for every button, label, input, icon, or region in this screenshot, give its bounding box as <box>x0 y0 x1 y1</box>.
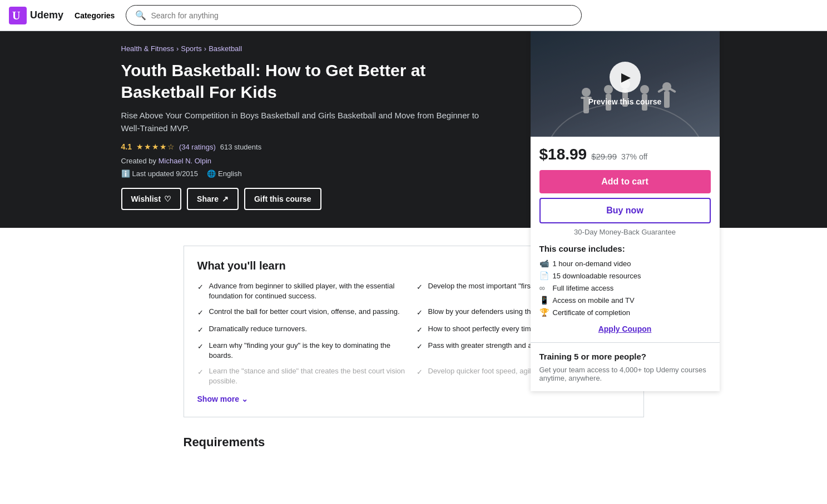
certificate-icon: 🏆 <box>539 308 548 317</box>
check-icon-6: ✓ <box>197 342 204 352</box>
check-icon-2: ✓ <box>197 308 204 318</box>
price-current: $18.99 <box>539 146 587 163</box>
breadcrumb-sports[interactable]: Sports <box>181 44 202 53</box>
learn-item-2: ✓ Control the ball for better court visi… <box>197 307 411 318</box>
check-icon-8: ✓ <box>197 367 204 377</box>
check-icon-7: ✓ <box>417 342 423 352</box>
logo-link[interactable]: U Udemy <box>9 7 63 24</box>
action-buttons: Wishlist ♡ Share ↗ Gift this course <box>121 188 497 210</box>
meta-language: 🌐 English <box>207 169 242 178</box>
include-video: 📹 1 hour on-demand video <box>539 259 711 268</box>
sidebar-card: ▶ Preview this course $18.99 $29.99 37% … <box>531 31 720 391</box>
check-icon-4: ✓ <box>197 325 204 335</box>
search-icon: 🔍 <box>135 10 146 21</box>
course-preview[interactable]: ▶ Preview this course <box>531 31 720 137</box>
meta-row: ℹ️ Last updated 9/2015 🌐 English <box>121 169 497 178</box>
created-by: Created by Michael N. Olpin <box>121 157 497 165</box>
requirements-title: Requirements <box>184 435 644 450</box>
students-count: 613 students <box>220 143 261 151</box>
mobile-icon: 📱 <box>539 296 548 305</box>
meta-updated: ℹ️ Last updated 9/2015 <box>121 169 199 178</box>
learn-item-4: ✓ Dramatically reduce turnovers. <box>197 324 411 335</box>
infinity-icon: ∞ <box>539 283 548 292</box>
search-input[interactable] <box>151 11 572 20</box>
check-icon-1: ✓ <box>417 282 423 292</box>
price-row: $18.99 $29.99 37% off <box>539 146 711 163</box>
breadcrumb: Health & Fitness › Sports › Basketball <box>121 44 497 53</box>
star-3: ★ <box>152 142 159 151</box>
includes-list: 📹 1 hour on-demand video 📄 15 downloadab… <box>539 259 711 317</box>
apply-coupon-link[interactable]: Apply Coupon <box>539 325 711 333</box>
play-button[interactable]: ▶ <box>610 62 641 93</box>
video-icon: 📹 <box>539 259 548 268</box>
buy-now-button[interactable]: Buy now <box>539 198 711 223</box>
share-button[interactable]: Share ↗ <box>187 188 239 210</box>
include-mobile: 📱 Access on mobile and TV <box>539 296 711 305</box>
learn-item-6: ✓ Learn why "finding your guy" is the ke… <box>197 341 411 361</box>
breadcrumb-sep-1: › <box>176 44 179 53</box>
learn-item-8: ✓ Learn the "stance and slide" that crea… <box>197 366 411 386</box>
info-icon: ℹ️ <box>121 169 130 178</box>
training-title: Training 5 or more people? <box>539 352 711 361</box>
breadcrumb-health[interactable]: Health & Fitness <box>121 44 174 53</box>
star-2: ★ <box>144 142 151 151</box>
money-back-label: 30-Day Money-Back Guarantee <box>539 228 711 236</box>
svg-text:U: U <box>12 9 20 22</box>
breadcrumb-sep-2: › <box>204 44 206 53</box>
share-icon: ↗ <box>222 194 229 203</box>
check-icon-9: ✓ <box>417 367 423 377</box>
star-4: ★ <box>160 142 167 151</box>
star-1: ★ <box>136 142 143 151</box>
include-download: 📄 15 downloadable resources <box>539 271 711 280</box>
star-half: ☆ <box>167 142 175 151</box>
learn-item-0: ✓ Advance from beginner to skilled playe… <box>197 281 411 301</box>
heart-icon: ♡ <box>164 194 171 203</box>
categories-button[interactable]: Categories <box>70 7 119 24</box>
training-description: Get your team access to 4,000+ top Udemy… <box>539 366 711 382</box>
instructor-link[interactable]: Michael N. Olpin <box>159 157 211 165</box>
add-to-cart-button[interactable]: Add to cart <box>539 170 711 193</box>
breadcrumb-basketball[interactable]: Basketball <box>209 44 242 53</box>
udemy-logo-icon: U <box>9 7 27 24</box>
rating-row: 4.1 ★ ★ ★ ★ ☆ (34 ratings) 613 students <box>121 142 497 151</box>
wishlist-button[interactable]: Wishlist ♡ <box>121 188 182 210</box>
check-icon-0: ✓ <box>197 282 204 292</box>
search-bar: 🔍 <box>126 5 582 26</box>
logo-text: Udemy <box>30 9 63 21</box>
price-original: $29.99 <box>591 152 617 161</box>
star-rating: ★ ★ ★ ★ ☆ <box>136 142 175 151</box>
includes-title: This course includes: <box>539 244 711 253</box>
check-icon-5: ✓ <box>417 325 423 335</box>
include-certificate: 🏆 Certificate of completion <box>539 308 711 317</box>
include-lifetime: ∞ Full lifetime access <box>539 283 711 292</box>
price-discount: 37% off <box>621 152 647 161</box>
sidebar-body: $18.99 $29.99 37% off Add to cart Buy no… <box>531 137 720 342</box>
hero-section: Health & Fitness › Sports › Basketball Y… <box>0 31 827 228</box>
check-icon-3: ✓ <box>417 308 423 318</box>
globe-icon: 🌐 <box>207 169 216 178</box>
chevron-down-icon: ⌄ <box>241 395 248 403</box>
preview-label: Preview this course <box>588 97 662 106</box>
rating-number: 4.1 <box>121 142 132 151</box>
rating-count: (34 ratings) <box>179 143 216 151</box>
download-icon: 📄 <box>539 271 548 280</box>
play-icon: ▶ <box>621 70 631 84</box>
site-header: U Udemy Categories 🔍 <box>0 0 827 31</box>
gift-button[interactable]: Gift this course <box>244 188 321 210</box>
course-title: Youth Basketball: How to Get Better at B… <box>121 59 497 103</box>
show-more-button[interactable]: Show more ⌄ <box>197 395 248 403</box>
course-subtitle: Rise Above Your Competition in Boys Bask… <box>121 109 497 134</box>
training-box: Training 5 or more people? Get your team… <box>531 342 720 391</box>
preview-overlay[interactable]: ▶ Preview this course <box>531 31 720 137</box>
